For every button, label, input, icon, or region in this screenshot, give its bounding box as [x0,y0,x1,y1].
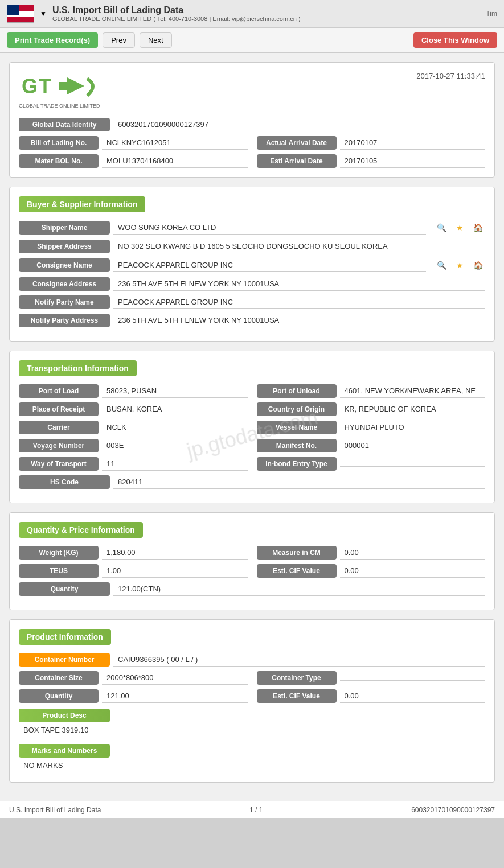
buyer-supplier-title: Buyer & Supplier Information [19,196,145,212]
quantity-price-title: Quantity & Price Information [19,522,143,538]
way-of-transport-row: Way of Transport 11 In-bond Entry Type [19,457,485,471]
voyage-row: Voyage Number 003E Manifest No. 000001 [19,439,485,452]
product-quantity-row: Quantity 121.00 Esti. CIF Value 0.00 [19,689,485,703]
quantity-row: Quantity 121.00(CTN) [19,582,485,596]
user-name: Tim [486,10,497,18]
svg-text:T: T [39,75,51,98]
dropdown-arrow[interactable]: ▼ [40,10,47,18]
transportation-title: Transportation Information [19,360,137,376]
footer-center: 1 / 1 [249,806,263,814]
hs-code-row: HS Code 820411 [19,475,485,489]
manifest-no-label: Manifest No. [257,439,337,452]
weight-label: Weight (KG) [19,546,99,560]
consignee-icons: 🔍 ★ 🏠 [434,258,485,273]
teus-label: TEUS [19,564,99,578]
esti-cif-value: 0.00 [340,564,486,578]
record-date: 2017-10-27 11:33:41 [416,72,485,80]
shipper-address-value: NO 302 SEO KWANG B D 1605 5 SEOCHO DONGS… [113,240,485,253]
footer: U.S. Import Bill of Lading Data 1 / 1 60… [0,801,504,818]
product-quantity-value: 121.00 [102,689,248,703]
weight-row: Weight (KG) 1,180.00 Measure in CM 0.00 [19,546,485,560]
measure-value: 0.00 [340,546,486,560]
port-of-unload-label: Port of Unload [257,384,337,398]
place-of-receipt-value: BUSAN, KOREA [102,402,248,416]
vessel-name-value: HYUNDAI PLUTO [340,421,486,434]
notify-party-address-value: 236 5TH AVE 5TH FLNEW YORK NY 10001USA [113,314,485,327]
footer-left: U.S. Import Bill of Lading Data [9,806,101,814]
consignee-name-row: Consignee Name PEACOCK APPAREL GROUP INC… [19,258,485,273]
master-bol-value: MOLU13704168400 [102,154,248,168]
global-data-identity-value: 6003201701090000127397 [113,118,485,131]
consignee-address-value: 236 5TH AVE 5TH FLNEW YORK NY 10001USA [113,277,485,291]
flag-icon [7,5,34,23]
container-size-value: 2000*806*800 [102,671,248,685]
shipper-name-value: WOO SUNG KOREA CO LTD [113,221,426,235]
esti-arrival-label: Esti Arrival Date [257,154,337,168]
close-button[interactable]: Close This Window [413,32,497,48]
transportation-card: Transportation Information Port of Load … [9,351,495,503]
in-bond-entry-value [340,462,486,467]
marks-numbers-value: NO MARKS [19,758,485,773]
actual-arrival-value: 20170107 [340,136,486,150]
shipper-name-row: Shipper Name WOO SUNG KOREA CO LTD 🔍 ★ 🏠 [19,220,485,235]
container-size-row: Container Size 2000*806*800 Container Ty… [19,671,485,685]
product-info-title: Product Information [19,629,111,645]
container-size-label: Container Size [19,671,99,685]
header-card: G T GLOBAL TRADE ONLINE LIMITED 2017-10-… [9,62,495,178]
logo-icon: G T [19,72,99,103]
master-bol-label: Mater BOL No. [19,154,99,168]
main-content: G T GLOBAL TRADE ONLINE LIMITED 2017-10-… [0,53,504,801]
carrier-row: Carrier NCLK Vessel Name HYUNDAI PLUTO [19,421,485,434]
esti-cif-label: Esti. CIF Value [257,564,337,578]
carrier-label: Carrier [19,421,99,434]
shipper-home-icon[interactable]: 🏠 [470,220,485,235]
notify-party-name-row: Notify Party Name PEACOCK APPAREL GROUP … [19,295,485,309]
buyer-supplier-card: Buyer & Supplier Information Shipper Nam… [9,187,495,342]
prev-button[interactable]: Prev [103,32,135,48]
logo-text: GLOBAL TRADE ONLINE LIMITED [19,103,100,109]
bill-of-lading-label: Bill of Lading No. [19,136,99,150]
country-of-origin-value: KR, REPUBLIC OF KOREA [340,402,486,416]
product-desc-value: BOX TAPE 3919.10 [19,722,485,738]
quantity-value: 121.00(CTN) [113,582,485,596]
product-desc-button[interactable]: Product Desc [19,709,110,722]
voyage-number-value: 003E [102,439,248,452]
shipper-star-icon[interactable]: ★ [452,220,467,235]
notify-party-address-label: Notify Party Address [19,314,110,327]
product-desc-section: Product Desc BOX TAPE 3919.10 [19,709,485,738]
port-of-unload-value: 4601, NEW YORK/NEWARK AREA, NE [340,384,486,398]
shipper-icons: 🔍 ★ 🏠 [434,220,485,235]
consignee-home-icon[interactable]: 🏠 [470,258,485,273]
print-button[interactable]: Print Trade Record(s) [7,32,98,48]
toolbar: Print Trade Record(s) Prev Next Close Th… [0,28,504,53]
next-button[interactable]: Next [140,32,172,48]
quantity-price-card: Quantity & Price Information Weight (KG)… [9,512,495,610]
weight-value: 1,180.00 [102,546,248,560]
container-type-label: Container Type [257,671,337,685]
app-title: U.S. Import Bill of Lading Data [52,5,301,15]
country-of-origin-label: Country of Origin [257,402,337,416]
footer-right: 6003201701090000127397 [411,806,495,814]
quantity-label: Quantity [19,582,110,596]
voyage-number-label: Voyage Number [19,439,99,452]
container-number-value: CAIU9366395 ( 00 / L / ) [113,653,485,667]
shipper-search-icon[interactable]: 🔍 [434,220,449,235]
product-info-card: Product Information Container Number CAI… [9,619,495,783]
port-of-load-value: 58023, PUSAN [102,384,248,398]
teus-value: 1.00 [102,564,248,578]
notify-party-address-row: Notify Party Address 236 5TH AVE 5TH FLN… [19,314,485,327]
hs-code-label: HS Code [19,475,110,489]
marks-numbers-button[interactable]: Marks and Numbers [19,744,110,758]
consignee-search-icon[interactable]: 🔍 [434,258,449,273]
consignee-star-icon[interactable]: ★ [452,258,467,273]
consignee-name-label: Consignee Name [19,258,110,272]
product-quantity-label: Quantity [19,689,99,703]
measure-label: Measure in CM [257,546,337,560]
way-of-transport-value: 11 [102,457,248,471]
container-number-button[interactable]: Container Number [19,653,110,667]
shipper-name-label: Shipper Name [19,221,110,235]
consignee-address-row: Consignee Address 236 5TH AVE 5TH FLNEW … [19,277,485,291]
bill-of-lading-value: NCLKNYC1612051 [102,136,248,150]
teus-row: TEUS 1.00 Esti. CIF Value 0.00 [19,564,485,578]
notify-party-name-label: Notify Party Name [19,295,110,309]
